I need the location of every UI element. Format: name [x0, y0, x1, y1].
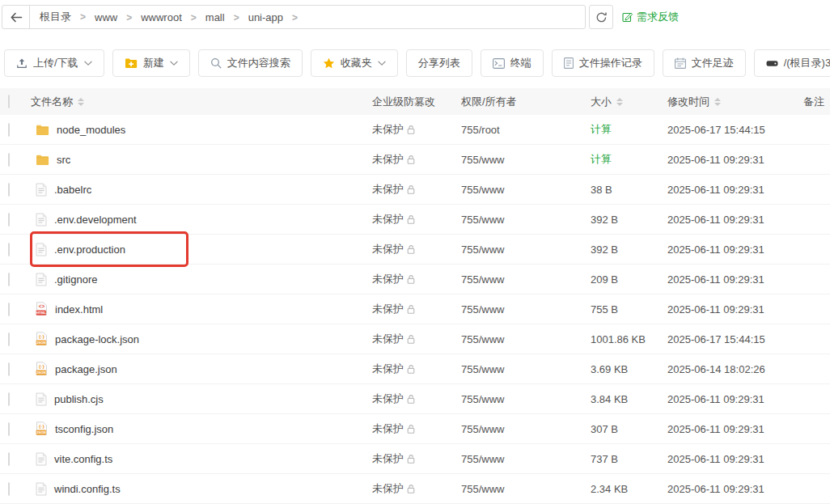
file-name-cell[interactable]: .gitignore [29, 273, 368, 286]
tamper-protection-status[interactable]: 未保护 [368, 392, 457, 406]
new-button[interactable]: 新建 [112, 49, 190, 77]
breadcrumb: 根目录wwwwwwrootmalluni-app [30, 10, 307, 24]
folder-icon [36, 154, 49, 166]
file-name[interactable]: windi.config.ts [54, 483, 121, 495]
file-name[interactable]: .gitignore [54, 273, 97, 286]
disk-button[interactable]: /(根目录)36 GB [754, 49, 830, 77]
file-name-cell[interactable]: .env.production [29, 243, 368, 256]
file-icon [36, 213, 47, 227]
breadcrumb-item[interactable]: www [95, 11, 141, 23]
file-name-cell[interactable]: {·}JSONpackage.json [29, 362, 368, 376]
tamper-protection-status[interactable]: 未保护 [368, 362, 457, 376]
row-checkbox[interactable] [8, 452, 10, 466]
file-footprint-button[interactable]: 文件足迹 [663, 49, 746, 77]
upload-download-button[interactable]: 上传/下载 [4, 49, 104, 77]
json-file-icon: {·}JSON [36, 362, 48, 376]
select-all-checkbox[interactable] [8, 95, 10, 108]
sort-icon[interactable] [616, 98, 623, 106]
row-checkbox[interactable] [8, 243, 10, 256]
file-name-cell[interactable]: {·}JSONpackage-lock.json [29, 332, 368, 346]
column-header: 权限/所有者 [457, 95, 587, 109]
permissions-owner: 755/www [457, 303, 587, 316]
tamper-protection-status[interactable]: 未保护 [368, 421, 457, 436]
permissions-owner: 755/www [457, 363, 587, 375]
tamper-protection-status[interactable]: 未保护 [368, 481, 457, 496]
calculate-size-link[interactable]: 计算 [587, 152, 663, 167]
file-name-cell[interactable]: windi.config.ts [29, 482, 368, 496]
file-name[interactable]: vite.config.ts [54, 453, 112, 465]
file-size: 38 B [587, 184, 663, 196]
row-checkbox[interactable] [8, 392, 10, 406]
sort-icon[interactable] [714, 98, 721, 106]
row-checkbox[interactable] [8, 482, 10, 496]
tamper-protection-status[interactable]: 未保护 [368, 332, 457, 346]
breadcrumb-item[interactable]: uni-app [248, 11, 307, 23]
file-name-cell[interactable]: vite.config.ts [29, 452, 368, 466]
file-name-cell[interactable]: .env.development [29, 213, 368, 227]
row-checkbox[interactable] [8, 303, 10, 316]
modified-time: 2025-06-11 09:29:31 [663, 273, 799, 286]
terminal-button[interactable]: 终端 [481, 49, 544, 77]
table-row: node_modules未保护755/root计算2025-06-17 15:4… [0, 115, 830, 145]
file-name[interactable]: index.html [55, 303, 103, 316]
permissions-owner: 755/www [457, 393, 587, 405]
file-name[interactable]: node_modules [57, 124, 125, 136]
row-checkbox[interactable] [8, 183, 10, 197]
row-checkbox[interactable] [8, 362, 10, 376]
file-name-cell[interactable]: .babelrc [29, 183, 368, 197]
breadcrumb-item[interactable]: mall [205, 11, 248, 23]
row-checkbox[interactable] [8, 273, 10, 286]
table-row: publish.cjs未保护755/www3.84 KB2025-06-11 0… [0, 384, 830, 414]
tamper-protection-status[interactable]: 未保护 [368, 302, 457, 316]
file-name-cell[interactable]: {·}JSONtsconfig.json [29, 421, 368, 436]
calendar-icon [675, 57, 686, 69]
sort-icon[interactable] [78, 98, 84, 106]
row-checkbox[interactable] [8, 123, 10, 137]
share-list-button[interactable]: 分享列表 [406, 49, 472, 77]
file-name[interactable]: .babelrc [54, 184, 91, 196]
toolbar-button-label: 收藏夹 [341, 56, 372, 70]
breadcrumb-item[interactable]: wwwroot [141, 11, 205, 23]
tamper-protection-status[interactable]: 未保护 [368, 451, 457, 466]
row-checkbox[interactable] [8, 332, 10, 346]
column-header-label: 修改时间 [667, 95, 709, 109]
tamper-protection-status[interactable]: 未保护 [368, 182, 457, 197]
row-checkbox[interactable] [8, 422, 10, 436]
tamper-protection-status[interactable]: 未保护 [368, 242, 457, 256]
file-name[interactable]: src [57, 154, 70, 166]
back-button[interactable] [2, 6, 30, 28]
file-name[interactable]: package.json [55, 363, 117, 375]
file-name[interactable]: .env.production [54, 244, 125, 256]
svg-text:HTML: HTML [36, 311, 47, 315]
tamper-protection-status[interactable]: 未保护 [368, 122, 457, 137]
unlock-icon [406, 274, 416, 284]
column-header[interactable]: 大小 [587, 95, 663, 109]
protection-label: 未保护 [372, 451, 404, 466]
breadcrumb-item[interactable]: 根目录 [40, 10, 95, 24]
file-name[interactable]: package-lock.json [55, 333, 139, 345]
tamper-protection-status[interactable]: 未保护 [368, 272, 457, 286]
column-header[interactable]: 修改时间 [663, 95, 799, 109]
file-name-cell[interactable]: <>HTMLindex.html [29, 302, 368, 316]
favorites-button[interactable]: 收藏夹 [311, 49, 398, 77]
file-name-cell[interactable]: publish.cjs [29, 392, 368, 406]
content-search-button[interactable]: 文件内容搜索 [198, 49, 303, 77]
file-operation-log-button[interactable]: 文件操作记录 [552, 49, 654, 77]
html-file-icon: <>HTML [36, 302, 48, 316]
row-checkbox[interactable] [8, 153, 10, 167]
tamper-protection-status[interactable]: 未保护 [368, 212, 457, 227]
feedback-link[interactable]: 需求反馈 [622, 10, 679, 24]
column-header[interactable]: 文件名称 [29, 95, 368, 109]
file-name[interactable]: .env.development [54, 214, 137, 226]
file-name-cell[interactable]: src [29, 154, 368, 166]
protection-label: 未保护 [372, 182, 404, 197]
row-checkbox[interactable] [8, 213, 10, 227]
tamper-protection-status[interactable]: 未保护 [368, 152, 457, 167]
table-row: {·}JSONpackage-lock.json未保护755/www1001.8… [0, 324, 830, 354]
file-name-cell[interactable]: node_modules [29, 124, 368, 136]
calculate-size-link[interactable]: 计算 [587, 122, 663, 137]
unlock-icon [406, 214, 416, 224]
file-name[interactable]: publish.cjs [54, 393, 104, 405]
refresh-button[interactable] [589, 5, 613, 29]
file-name[interactable]: tsconfig.json [55, 423, 113, 435]
